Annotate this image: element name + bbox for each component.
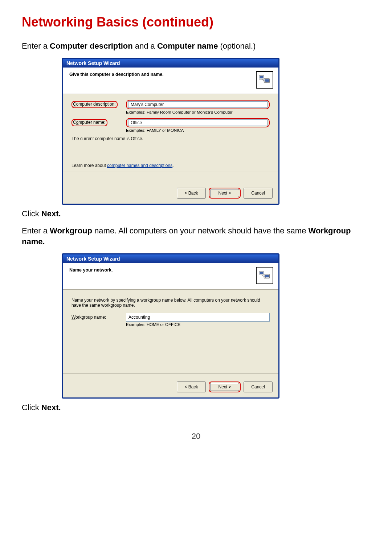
next-button-highlight: Next > — [209, 381, 241, 392]
workgroup-intro: Enter a Workgroup name. All computers on… — [22, 225, 370, 248]
text: W — [72, 315, 75, 320]
network-setup-wizard-window-2: Network Setup Wizard Name your network. … — [62, 253, 279, 399]
network-computers-icon — [256, 267, 273, 284]
text: C — [73, 120, 76, 125]
text: mputer name: — [78, 120, 105, 125]
text: Enter a — [22, 226, 50, 235]
wizard-body: Name your network by specifying a workgr… — [63, 290, 278, 377]
text: name. All computers on your network shou… — [92, 226, 309, 235]
computer-name-label: Computer name: — [72, 119, 126, 126]
separator — [63, 171, 278, 171]
cancel-button[interactable]: Cancel — [244, 188, 273, 199]
text: Click — [22, 403, 41, 412]
text: Learn more about — [72, 163, 107, 168]
text: C — [73, 102, 76, 107]
text-bold: Computer description — [50, 41, 133, 50]
wizard-button-row: < Back Next > Cancel — [63, 377, 278, 397]
intro-paragraph: Enter a Computer description and a Compu… — [22, 41, 370, 52]
computer-name-input[interactable] — [128, 119, 268, 126]
learn-more-link[interactable]: computer names and descriptions — [107, 163, 172, 168]
text: Enter a — [22, 41, 50, 50]
text: (optional.) — [218, 41, 256, 50]
workgroup-description: Name your network by specifying a workgr… — [72, 298, 270, 308]
next-button[interactable]: Next > — [210, 189, 239, 197]
cancel-button[interactable]: Cancel — [244, 381, 273, 392]
wizard-heading: Give this computer a description and nam… — [69, 71, 164, 77]
text: Click — [22, 209, 41, 218]
computer-name-highlight — [126, 118, 270, 127]
svg-rect-1 — [260, 76, 263, 78]
window-titlebar: Network Setup Wizard — [63, 59, 278, 68]
next-button-highlight: Next > — [209, 188, 241, 199]
page-number: 20 — [22, 432, 370, 441]
computer-description-highlight — [126, 100, 270, 109]
workgroup-name-input[interactable] — [126, 313, 270, 322]
click-next-2: Click Next. — [22, 402, 370, 413]
wizard-heading: Name your network. — [69, 267, 113, 273]
wizard-body: Computer description: Examples: Family R… — [63, 94, 278, 183]
text-bold: Workgroup — [50, 226, 92, 235]
next-button[interactable]: Next > — [210, 383, 239, 391]
text: and a — [133, 41, 157, 50]
current-name-info: The current computer name is Office. — [72, 136, 270, 141]
wizard-header: Give this computer a description and nam… — [63, 68, 278, 94]
page-heading: Networking Basics (continued) — [22, 15, 370, 30]
text-bold: Next. — [41, 403, 61, 412]
svg-rect-8 — [265, 275, 269, 277]
back-button[interactable]: < Back — [177, 188, 206, 199]
back-button[interactable]: < Back — [177, 381, 206, 392]
text-bold: Computer name — [157, 41, 218, 50]
computer-name-example: Examples: FAMILY or MONICA — [126, 128, 270, 132]
text: orkgroup name: — [75, 315, 106, 320]
text: omputer description: — [76, 102, 116, 107]
text: . — [172, 163, 173, 168]
computer-description-row: Computer description: — [72, 100, 270, 109]
computer-description-label: Computer description: — [72, 101, 126, 108]
separator — [63, 373, 278, 374]
workgroup-example: Examples: HOME or OFFICE — [126, 322, 270, 327]
workgroup-name-label: Workgroup name: — [72, 315, 126, 320]
learn-more-line: Learn more about computer names and desc… — [72, 163, 270, 168]
workgroup-name-row: Workgroup name: — [72, 313, 270, 322]
computer-name-row: Computer name: — [72, 118, 270, 127]
svg-rect-6 — [260, 272, 263, 274]
svg-rect-3 — [265, 79, 269, 82]
window-titlebar: Network Setup Wizard — [63, 254, 278, 263]
wizard-button-row: < Back Next > Cancel — [63, 183, 278, 204]
wizard-header: Name your network. — [63, 263, 278, 290]
network-setup-wizard-window-1: Network Setup Wizard Give this computer … — [62, 58, 279, 205]
network-computers-icon — [256, 71, 273, 89]
text-bold: Next. — [41, 209, 61, 218]
computer-description-example: Examples: Family Room Computer or Monica… — [126, 110, 270, 114]
computer-description-input[interactable] — [128, 101, 268, 108]
click-next-1: Click Next. — [22, 208, 370, 220]
